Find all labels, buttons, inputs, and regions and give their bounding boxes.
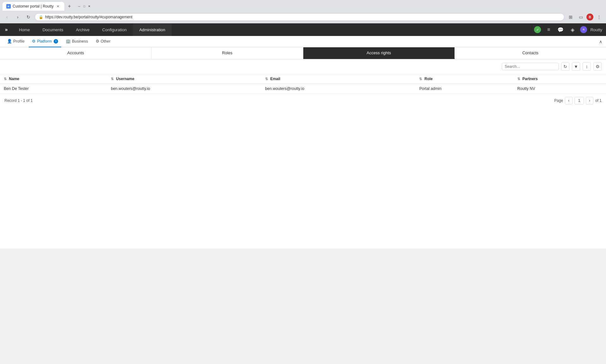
sub-nav: 👤 Profile ⚙ Platform ? 🏢 Business ⚙ Othe…: [0, 36, 606, 47]
cell-partners: Routty NV: [514, 84, 606, 94]
subnav-platform-label: Platform: [37, 39, 52, 44]
nav-item-documents[interactable]: Documents: [36, 23, 70, 36]
search-box[interactable]: [502, 63, 559, 70]
status-indicator: ✓: [534, 26, 541, 33]
subnav-other-label: Other: [101, 39, 110, 44]
tab-contacts[interactable]: Contacts: [455, 47, 606, 59]
sort-username-icon: ⇅: [111, 77, 114, 81]
content-tabs: Accounts Roles Access rights Contacts: [0, 47, 606, 59]
platform-icon: ⚙: [32, 39, 36, 44]
nav-right: ✓ ≡ 💬 ◈ R Routty: [534, 25, 602, 34]
table-header-row: ⇅ Name ⇅ Username ⇅ Email ⇅ Role: [0, 74, 606, 84]
url-input[interactable]: [45, 15, 560, 19]
subnav-business[interactable]: 🏢 Business: [62, 36, 91, 47]
nav-item-administration[interactable]: Administration: [133, 23, 171, 36]
table-toolbar: ↻ ▼ ↕ ⚙: [0, 59, 606, 74]
tab-access-rights[interactable]: Access rights: [303, 47, 455, 59]
menu-button[interactable]: ⋮: [595, 13, 603, 21]
browser-chrome: R Customer portal | Routty ✕ + ─ □ ✕ ‹ ›…: [0, 0, 606, 23]
secure-icon: 🔒: [39, 15, 43, 19]
main-content: ↻ ▼ ↕ ⚙ ⇅ Name ⇅ Username ⇅: [0, 59, 606, 249]
browser-tab-active[interactable]: R Customer portal | Routty ✕: [3, 2, 64, 11]
user-name[interactable]: Routty: [590, 27, 602, 32]
next-page-button[interactable]: ›: [586, 97, 593, 104]
cell-role: Portal admin: [415, 84, 513, 94]
close-button[interactable]: ✕: [87, 4, 92, 9]
back-button[interactable]: ‹: [3, 13, 11, 21]
bookmark-icon[interactable]: ◈: [568, 25, 577, 34]
list-icon[interactable]: ≡: [544, 25, 553, 34]
refresh-button[interactable]: ↻: [24, 13, 33, 21]
chat-icon[interactable]: 💬: [556, 25, 565, 34]
window-controls: ─ □ ✕: [77, 4, 92, 9]
col-partners-label: Partners: [522, 77, 538, 81]
forward-button[interactable]: ›: [13, 13, 22, 21]
maximize-button[interactable]: □: [82, 4, 86, 9]
page-label: Page: [554, 98, 563, 103]
nav-items: Home Documents Archive Configuration Adm…: [13, 23, 534, 36]
tab-favicon: R: [6, 4, 11, 9]
routty-logo: R: [580, 26, 587, 33]
page-of-label: of 1: [595, 98, 602, 103]
tab-title: Customer portal | Routty: [13, 4, 54, 9]
subnav-profile[interactable]: 👤 Profile: [4, 36, 27, 47]
cell-name: Ben De Tester: [0, 84, 107, 94]
refresh-button[interactable]: ↻: [561, 62, 569, 71]
subnav-business-label: Business: [72, 39, 88, 44]
business-icon: 🏢: [66, 39, 71, 44]
col-email-label: Email: [270, 77, 280, 81]
profile-icon: 👤: [7, 39, 12, 44]
browser-toolbar: ‹ › ↻ 🔒 ⊞ ▭ B ⋮: [0, 11, 606, 23]
subnav-expand-button[interactable]: ∧: [599, 39, 602, 44]
new-tab-button[interactable]: +: [65, 2, 74, 11]
nav-item-home[interactable]: Home: [13, 23, 36, 36]
other-icon: ⚙: [96, 39, 99, 44]
sort-button[interactable]: ↕: [583, 62, 591, 71]
cell-email: ben.wouters@routty.io: [261, 84, 416, 94]
sidebar-button[interactable]: ▭: [576, 13, 585, 21]
nav-item-configuration[interactable]: Configuration: [96, 23, 133, 36]
sort-email-icon: ⇅: [265, 77, 268, 81]
subnav-platform[interactable]: ⚙ Platform ?: [29, 36, 61, 47]
top-nav: » Home Documents Archive Configuration A…: [0, 23, 606, 36]
platform-help-icon[interactable]: ?: [54, 39, 58, 44]
subnav-profile-label: Profile: [13, 39, 24, 44]
col-username-label: Username: [116, 77, 134, 81]
tab-accounts[interactable]: Accounts: [0, 47, 152, 59]
browser-actions: ⊞ ▭ B ⋮: [566, 13, 603, 21]
sort-partners-icon: ⇅: [517, 77, 520, 81]
app-container: » Home Documents Archive Configuration A…: [0, 23, 606, 249]
sort-name-icon: ⇅: [4, 77, 7, 81]
filter-button[interactable]: ▼: [572, 62, 580, 71]
browser-profile-button[interactable]: B: [586, 14, 593, 21]
col-partners[interactable]: ⇅ Partners: [514, 74, 606, 84]
nav-item-archive[interactable]: Archive: [69, 23, 96, 36]
col-name-label: Name: [9, 77, 19, 81]
current-page: 1: [574, 97, 584, 104]
col-role-label: Role: [425, 77, 433, 81]
page-controls: Page ‹ 1 › of 1: [554, 97, 602, 104]
search-input[interactable]: [505, 64, 556, 69]
address-bar[interactable]: 🔒: [35, 13, 564, 21]
col-role[interactable]: ⇅ Role: [415, 74, 513, 84]
browser-titlebar: R Customer portal | Routty ✕ + ─ □ ✕: [0, 0, 606, 11]
subnav-other[interactable]: ⚙ Other: [92, 36, 114, 47]
extensions-button[interactable]: ⊞: [566, 13, 575, 21]
data-table: ⇅ Name ⇅ Username ⇅ Email ⇅ Role: [0, 74, 606, 93]
record-count: Record 1 - 1 of 1: [4, 98, 33, 103]
col-email[interactable]: ⇅ Email: [261, 74, 416, 84]
table-row[interactable]: Ben De Tester ben.wouters@routty.io ben.…: [0, 84, 606, 94]
prev-page-button[interactable]: ‹: [565, 97, 573, 104]
pagination: Record 1 - 1 of 1 Page ‹ 1 › of 1: [0, 93, 606, 108]
nav-logo[interactable]: »: [0, 23, 13, 36]
tab-close-button[interactable]: ✕: [56, 4, 61, 9]
cell-username: ben.wouters@routty.io: [107, 84, 261, 94]
col-username[interactable]: ⇅ Username: [107, 74, 261, 84]
minimize-button[interactable]: ─: [77, 4, 81, 9]
tab-roles[interactable]: Roles: [152, 47, 303, 59]
sort-role-icon: ⇅: [419, 77, 422, 81]
settings-button[interactable]: ⚙: [593, 62, 602, 71]
col-name[interactable]: ⇅ Name: [0, 74, 107, 84]
